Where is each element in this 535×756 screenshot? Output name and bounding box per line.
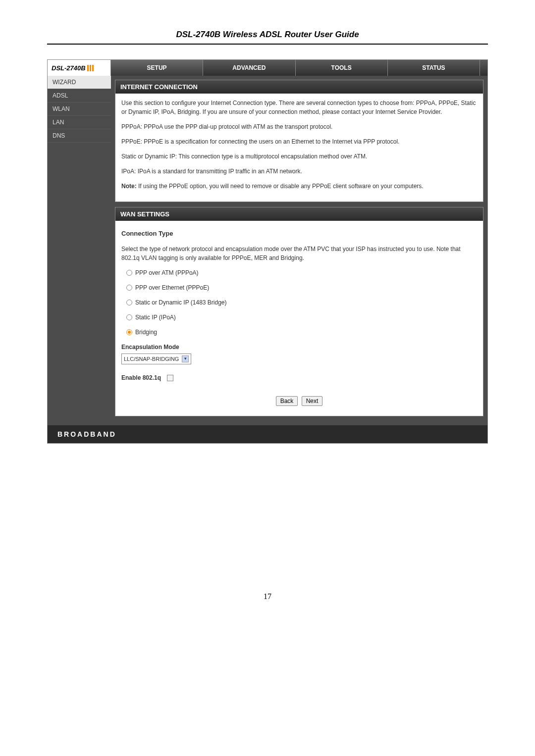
select-value: LLC/SNAP-BRIDGING xyxy=(124,355,179,363)
main-content: INTERNET CONNECTION Use this section to … xyxy=(111,76,487,425)
tab-status[interactable]: STATUS xyxy=(388,60,480,76)
back-button[interactable]: Back xyxy=(276,396,298,406)
radio-label: Static or Dynamic IP (1483 Bridge) xyxy=(135,298,227,307)
radio-icon[interactable] xyxy=(126,270,132,276)
static-dynamic-text: Static or Dynamic IP: This connection ty… xyxy=(121,152,477,161)
radio-label: Static IP (IPoA) xyxy=(135,313,176,322)
enable-8021q-checkbox[interactable] xyxy=(167,375,173,381)
sidebar-item-lan[interactable]: LAN xyxy=(48,116,111,129)
radio-label: Bridging xyxy=(135,328,157,337)
encapsulation-mode-label: Encapsulation Mode xyxy=(121,343,477,352)
router-ui: DSL-2740B SETUP ADVANCED TOOLS STATUS WI… xyxy=(47,59,488,444)
tab-spacer xyxy=(480,60,487,76)
button-row: Back Next xyxy=(121,396,477,406)
radio-pppoa[interactable]: PPP over ATM (PPPoA) xyxy=(121,268,477,277)
logo-bars-icon xyxy=(87,65,94,71)
sidebar: WIZARD ADSL WLAN LAN DNS xyxy=(48,76,111,425)
document-header: DSL-2740B Wireless ADSL Router User Guid… xyxy=(47,0,488,45)
panel-wan-settings: WAN SETTINGS Connection Type Select the … xyxy=(115,207,483,416)
next-button[interactable]: Next xyxy=(302,396,323,406)
tab-advanced[interactable]: ADVANCED xyxy=(203,60,295,76)
radio-ipoa[interactable]: Static IP (IPoA) xyxy=(121,313,477,322)
enable-8021q-label: Enable 802.1q xyxy=(121,373,161,382)
radio-icon[interactable] xyxy=(126,285,132,291)
sidebar-item-adsl[interactable]: ADSL xyxy=(48,89,111,102)
top-row: DSL-2740B SETUP ADVANCED TOOLS STATUS xyxy=(48,60,487,76)
intro-text: Use this section to configure your Inter… xyxy=(121,99,477,116)
radio-bridging[interactable]: Bridging xyxy=(121,328,477,337)
chevron-down-icon: ▾ xyxy=(182,355,189,362)
tab-setup[interactable]: SETUP xyxy=(111,60,203,76)
panel-body-wan: Connection Type Select the type of netwo… xyxy=(115,221,483,416)
page-number: 17 xyxy=(0,592,535,601)
body-row: WIZARD ADSL WLAN LAN DNS INTERNET CONNEC… xyxy=(48,76,487,425)
radio-pppoe[interactable]: PPP over Ethernet (PPPoE) xyxy=(121,283,477,292)
tabs: SETUP ADVANCED TOOLS STATUS xyxy=(111,60,487,76)
radio-label: PPP over Ethernet (PPPoE) xyxy=(135,283,209,292)
panel-body-internet: Use this section to configure your Inter… xyxy=(115,94,483,202)
connection-type-desc: Select the type of network protocol and … xyxy=(121,245,477,262)
footer-broadband: BROADBAND xyxy=(48,425,487,443)
radio-static-dynamic[interactable]: Static or Dynamic IP (1483 Bridge) xyxy=(121,298,477,307)
ipoa-text: IPoA: IPoA is a standard for transmittin… xyxy=(121,167,477,176)
encapsulation-mode-select[interactable]: LLC/SNAP-BRIDGING ▾ xyxy=(121,353,191,365)
sidebar-item-wizard[interactable]: WIZARD xyxy=(48,76,111,89)
panel-header-wan: WAN SETTINGS xyxy=(115,207,483,221)
radio-label: PPP over ATM (PPPoA) xyxy=(135,268,199,277)
tab-tools[interactable]: TOOLS xyxy=(296,60,388,76)
pppoe-text: PPPoE: PPPoE is a specification for conn… xyxy=(121,137,477,146)
logo-text: DSL-2740B xyxy=(52,64,86,72)
connection-type-heading: Connection Type xyxy=(121,229,477,239)
sidebar-item-dns[interactable]: DNS xyxy=(48,129,111,143)
panel-internet-connection: INTERNET CONNECTION Use this section to … xyxy=(115,80,483,202)
panel-header-internet: INTERNET CONNECTION xyxy=(115,80,483,94)
radio-icon[interactable] xyxy=(126,329,132,335)
logo-cell: DSL-2740B xyxy=(48,60,111,76)
note-text: Note: If using the PPPoE option, you wil… xyxy=(121,182,477,191)
pppoa-text: PPPoA: PPPoA use the PPP dial-up protoco… xyxy=(121,122,477,131)
radio-icon[interactable] xyxy=(126,314,132,320)
radio-icon[interactable] xyxy=(126,300,132,305)
enable-8021q-row: Enable 802.1q xyxy=(121,373,477,382)
sidebar-item-wlan[interactable]: WLAN xyxy=(48,102,111,116)
